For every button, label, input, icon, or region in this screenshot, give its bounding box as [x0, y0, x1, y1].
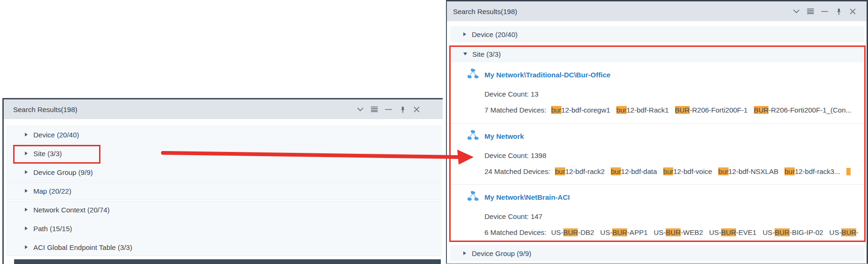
match-highlight: BUR: [754, 106, 769, 114]
matched-device[interactable]: US-BUR-BIG-IP-02: [762, 228, 823, 236]
search-results-panel-collapsed: Search Results(198) Device (20/40) Site …: [2, 98, 443, 264]
chevron-down-icon[interactable]: [793, 8, 800, 15]
match-highlight: BUR: [675, 106, 690, 114]
panel-title: Search Results(198): [4, 106, 77, 113]
panel-title: Search Results(198): [447, 8, 517, 15]
window-controls: [793, 1, 856, 21]
chevron-down-icon[interactable]: [357, 106, 364, 113]
matched-device[interactable]: bur12-bdf-data: [611, 167, 657, 175]
list-icon[interactable]: [807, 8, 814, 15]
matched-device[interactable]: bur12-bdf-Rack1: [616, 106, 669, 114]
matched-device[interactable]: bur12-bdf-NSXLAB: [718, 167, 778, 175]
partially-visible-row: [14, 259, 441, 264]
site-icon: [467, 129, 479, 143]
expand-right-icon: [25, 245, 28, 249]
category-row-device-group[interactable]: Device Group (9/9): [450, 245, 864, 261]
match-highlight: bur: [663, 167, 674, 175]
expand-right-icon: [25, 133, 28, 136]
matched-device[interactable]: US-BUR-WEB2: [653, 228, 703, 236]
category-row-network-context-20-74[interactable]: Network Context (20/74): [6, 201, 442, 219]
close-icon[interactable]: [413, 106, 420, 113]
expand-right-icon: [25, 208, 28, 211]
category-label: Device Group (9/9): [33, 168, 93, 176]
category-row-aci-global-endpoint-table-3-3[interactable]: ACI Global Endpoint Table (3/3): [6, 238, 442, 256]
category-label: Map (20/22): [33, 187, 71, 195]
matched-device[interactable]: bur12-bdf-rack3...: [784, 167, 840, 175]
matched-device[interactable]: US-BUR-EVE1: [709, 228, 757, 236]
match-highlight: BUR: [563, 228, 578, 236]
category-label: Site (3/3): [33, 150, 62, 158]
category-label: Device (20/40): [472, 30, 518, 38]
match-highlight: BUR: [721, 228, 736, 236]
matched-devices-label: 7 Matched Devices:: [484, 106, 546, 114]
category-row-device-group-9-9[interactable]: Device Group (9/9): [6, 163, 442, 181]
category-label: Device Group (9/9): [472, 249, 531, 257]
site-result: My Network Device Count: 1398 24 Matched…: [451, 123, 864, 184]
expand-right-icon: [463, 32, 466, 36]
matched-devices-line: 6 Matched Devices: US-BUR-DB2US-BUR-APP1…: [484, 228, 858, 238]
match-highlight: bur: [784, 167, 795, 175]
matched-device[interactable]: US-BUR-BI...: [830, 228, 858, 236]
match-highlight: BUR: [775, 228, 790, 236]
close-icon[interactable]: [849, 8, 856, 15]
device-count-text: Device Count: 13: [484, 90, 538, 98]
match-highlight: BUR: [612, 228, 627, 236]
pin-icon[interactable]: [835, 8, 842, 15]
category-label: Site (3/3): [472, 50, 501, 58]
matched-device[interactable]: US-BUR-APP1: [600, 228, 648, 236]
match-highlight: bur: [555, 167, 565, 175]
matched-device[interactable]: BUR-R206-Forti200F-1_(Con...: [754, 106, 852, 114]
expand-right-icon: [25, 189, 28, 193]
screenshot-stage: Search Results(198) Device (20/40) Site …: [0, 0, 868, 264]
site-icon: [467, 190, 479, 204]
device-count-text: Device Count: 1398: [484, 151, 546, 159]
category-list: Device (20/40) Site (3/3) Device Group (…: [6, 126, 442, 257]
category-row-device[interactable]: Device (20/40): [450, 26, 864, 42]
category-row-site-expanded[interactable]: Site (3/3): [450, 45, 864, 62]
site-name-link[interactable]: My Network\NetBrain-ACI: [484, 193, 570, 201]
matched-device[interactable]: BUR-R206-Forti200F-1: [675, 106, 748, 114]
matched-devices-line: 7 Matched Devices: bur12-bdf-coregw1bur1…: [484, 106, 858, 116]
collapse-down-icon: [463, 53, 467, 55]
category-row-map-20-22[interactable]: Map (20/22): [6, 182, 442, 200]
matched-device[interactable]: [846, 167, 851, 175]
site-result: My Network\Traditional-DC\Bur-Office Dev…: [451, 62, 864, 123]
matched-device[interactable]: bur12-bdf-rack2: [555, 167, 605, 175]
match-highlight: bur: [611, 167, 621, 175]
matched-device[interactable]: US-BUR-DB2: [551, 228, 594, 236]
window-controls: [357, 99, 420, 119]
match-highlight: bur: [718, 167, 729, 175]
category-label: Path (15/15): [33, 225, 72, 233]
match-highlight: bur: [551, 106, 561, 114]
match-highlight: BUR: [841, 228, 856, 236]
site-results-list: My Network\Traditional-DC\Bur-Office Dev…: [451, 62, 864, 245]
expand-right-icon: [25, 226, 28, 230]
site-name-link[interactable]: My Network\Traditional-DC\Bur-Office: [484, 71, 610, 79]
panel-header: Search Results(198): [4, 99, 443, 119]
expand-right-icon: [25, 151, 28, 155]
panel-header: Search Results(198): [447, 1, 867, 21]
minimize-icon[interactable]: [821, 8, 828, 15]
category-row-path-15-15[interactable]: Path (15/15): [6, 219, 442, 237]
category-label: ACI Global Endpoint Table (3/3): [33, 243, 132, 251]
matched-devices-label: 24 Matched Devices:: [484, 167, 550, 175]
category-label: Device (20/40): [33, 131, 79, 139]
pin-icon[interactable]: [399, 106, 406, 113]
match-highlight: [846, 168, 851, 175]
matched-device[interactable]: bur12-bdf-coregw1: [551, 106, 610, 114]
match-highlight: bur: [616, 106, 627, 114]
search-results-panel-expanded: Search Results(198) Device (20/40) Site …: [446, 0, 868, 264]
expand-right-icon: [463, 251, 466, 255]
expand-right-icon: [25, 170, 28, 174]
matched-devices-line: 24 Matched Devices: bur12-bdf-rack2bur12…: [484, 167, 858, 177]
category-row-device-20-40[interactable]: Device (20/40): [6, 126, 442, 143]
category-row-site-3-3[interactable]: Site (3/3): [6, 144, 442, 162]
list-icon[interactable]: [371, 106, 378, 113]
matched-devices-label: 6 Matched Devices:: [484, 228, 546, 236]
category-label: Network Context (20/74): [33, 206, 110, 214]
site-name-link[interactable]: My Network: [484, 132, 524, 140]
matched-device[interactable]: bur12-bdf-voice: [663, 167, 712, 175]
minimize-icon[interactable]: [385, 106, 392, 113]
match-highlight: BUR: [666, 228, 681, 236]
site-icon: [467, 68, 479, 82]
